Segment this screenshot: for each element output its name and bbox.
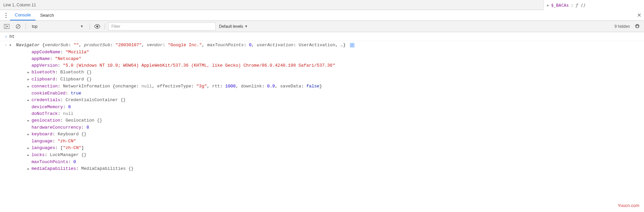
prop-connection[interactable]: connection: NetworkInformation {onchange… <box>19 83 641 90</box>
prop-locks[interactable]: locks: LockManager {} <box>19 152 641 159</box>
scope-item[interactable]: ▶ $_BACAs: ƒ () <box>547 3 641 8</box>
svg-marker-5 <box>7 25 8 27</box>
svg-point-2 <box>5 17 6 18</box>
navigator-object[interactable]: Navigator {vendorSub: "", productSub: "2… <box>9 42 641 49</box>
prop-devicememory[interactable]: deviceMemory: 8 <box>19 104 641 111</box>
prop-donottrack[interactable]: doNotTrack: null <box>19 111 641 117</box>
console-log-area: › ht ‹ Navigator {vendorSub: "", product… <box>0 32 644 173</box>
hidden-count[interactable]: 9 hidden <box>614 24 630 29</box>
filter-input[interactable] <box>108 22 216 30</box>
separator <box>105 23 105 29</box>
chevron-right-icon[interactable] <box>28 118 31 124</box>
watermark: Yuucn.com <box>618 203 639 208</box>
scope-panel: ▶ $_BACAs: ƒ () <box>543 0 644 10</box>
prop-language[interactable]: language: "zh-CN" <box>19 138 641 145</box>
console-toolbar: top ▼ Default levels ▼ 9 hidden <box>0 21 644 32</box>
gear-icon[interactable] <box>633 22 641 30</box>
clear-console-icon[interactable] <box>14 22 22 30</box>
prop-languages[interactable]: languages: ["zh-CN"] <box>19 145 641 152</box>
prop-credentials[interactable]: credentials: CredentialsContainer {} <box>19 97 641 104</box>
chevron-down-icon: ▼ <box>80 24 84 28</box>
console-input-row[interactable]: › ht <box>0 33 644 41</box>
prop-keyboard[interactable]: keyboard: Keyboard {} <box>19 131 641 138</box>
close-icon[interactable]: ✕ <box>637 10 641 20</box>
prop-bluetooth[interactable]: bluetooth: Bluetooth {} <box>19 69 641 76</box>
prop-geolocation[interactable]: geolocation: Geolocation {} <box>19 117 641 124</box>
chevron-right-icon[interactable] <box>28 69 31 76</box>
svg-point-1 <box>5 15 6 16</box>
prop-appname[interactable]: appName: "Netscape" <box>19 56 641 62</box>
console-output-row: ‹ Navigator {vendorSub: "", productSub: … <box>0 41 644 173</box>
prop-maxtouchpoints[interactable]: maxTouchPoints: 0 <box>19 159 641 165</box>
sidebar-toggle-icon[interactable] <box>3 22 11 30</box>
eye-icon[interactable] <box>93 22 101 30</box>
context-selector[interactable]: top ▼ <box>29 23 86 29</box>
prop-appcodename[interactable]: appCodeName: "Mozilla" <box>19 49 641 56</box>
chevron-right-icon[interactable] <box>28 166 31 172</box>
prop-cookieenabled[interactable]: cookieEnabled: true <box>19 90 641 97</box>
svg-point-0 <box>5 13 6 14</box>
tab-search[interactable]: Search <box>36 10 59 20</box>
info-icon[interactable]: i <box>350 43 355 48</box>
log-levels-selector[interactable]: Default levels ▼ <box>219 24 248 29</box>
chevron-right-icon[interactable] <box>28 76 31 83</box>
chevron-right-icon: ▶ <box>547 3 549 7</box>
chevron-right-icon[interactable] <box>28 152 31 159</box>
output-marker-icon: ‹ <box>3 42 9 49</box>
drawer-tabbar: Console Search ✕ <box>0 10 644 21</box>
prop-hardwareconcurrency[interactable]: hardwareConcurrency: 8 <box>19 124 641 131</box>
input-marker-icon: › <box>3 33 9 40</box>
kebab-menu-icon[interactable] <box>2 10 10 20</box>
object-tree: appCodeName: "Mozilla" appName: "Netscap… <box>9 49 641 172</box>
cursor-position: Line 1, Column 11 <box>3 3 36 7</box>
tab-console[interactable]: Console <box>10 10 36 20</box>
svg-line-7 <box>17 25 19 28</box>
chevron-right-icon[interactable] <box>28 83 31 90</box>
prop-appversion[interactable]: appVersion: "5.0 (Windows NT 10.0; WOW64… <box>19 62 641 69</box>
prop-mediacapabilities[interactable]: mediaCapabilities: MediaCapabilities {} <box>19 165 641 172</box>
prop-clipboard[interactable]: clipboard: Clipboard {} <box>19 76 641 83</box>
svg-point-8 <box>96 25 98 27</box>
separator <box>25 23 26 29</box>
chevron-right-icon[interactable] <box>28 97 31 104</box>
separator <box>90 23 90 29</box>
chevron-down-icon[interactable] <box>9 42 13 49</box>
chevron-down-icon: ▼ <box>245 24 248 28</box>
chevron-right-icon[interactable] <box>28 145 31 152</box>
chevron-right-icon[interactable] <box>28 131 31 138</box>
